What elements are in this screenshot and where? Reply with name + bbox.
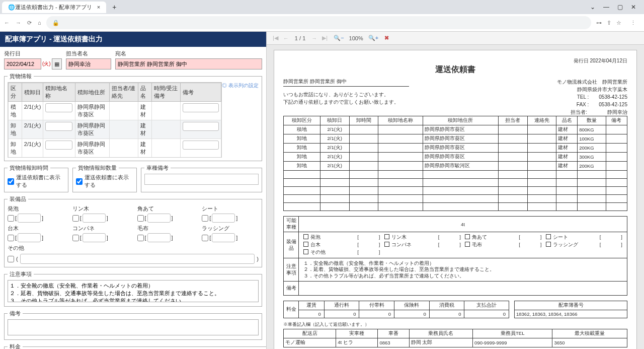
zoom-in-icon[interactable]: 🔍+ [368, 35, 378, 41]
nav-reload-icon[interactable]: ⟳ [27, 20, 32, 26]
doc-caution-line: ２．延着、貨物破損、交通事故等発生した場合は、至急当営業所まで連絡すること。 [303, 266, 622, 272]
cargo-row: 卸地2/1(火)静岡県静岡市葵区建材 [9, 120, 221, 139]
vehicle-note-input[interactable] [144, 174, 259, 185]
doc-entry-th: 実車種 [336, 329, 378, 338]
pv-prev-icon[interactable]: ← [283, 35, 289, 41]
doc-fee-v5: 0 [464, 310, 509, 318]
doc-cargo-row: 卸地2/1(火)静岡県静岡市葵区建材200KG [284, 144, 627, 153]
nav-forward-icon[interactable]: → [16, 20, 21, 26]
equip-label: 発泡 [8, 205, 64, 213]
doc-entry-th: 車番 [378, 329, 409, 338]
equip-checkbox[interactable] [202, 235, 208, 241]
doc-cargo-th: 品名 [556, 116, 578, 125]
cargo-th: 積卸地住所 [75, 83, 110, 102]
window-chevron-icon[interactable]: ⌄ [590, 4, 595, 11]
equip-box-icon [546, 242, 551, 247]
pv-zoom: 100% [349, 35, 363, 41]
bookmark-icon[interactable]: ☆ [616, 20, 621, 26]
column-setting-link[interactable]: ◎ 表示列の設定 [222, 82, 259, 89]
key-icon[interactable]: ⊶ [596, 20, 602, 26]
equip-checkbox[interactable] [137, 235, 144, 241]
doc-cargo-row: 卸地2/1(火)静岡県静岡市葵区建材300KG [284, 153, 627, 162]
doc-cargo-th: 連絡先 [527, 116, 556, 125]
equip-qty-input[interactable] [147, 214, 171, 223]
equip-qty-input[interactable] [212, 233, 235, 242]
equip-checkbox[interactable] [72, 215, 79, 222]
doc-equip-item: 台木 [310, 242, 320, 248]
doc-fee-v1: 0 [324, 310, 359, 318]
cargo-row: 積地2/1(火)静岡県静岡市葵区建材 [9, 102, 221, 120]
tab-close-icon[interactable]: × [97, 4, 100, 10]
cargo-name-input[interactable] [45, 122, 72, 131]
browser-tab-bar: 🌐 運送依頼書出力 - 配車簿アプリ × + ⌄ — ▢ ✕ [0, 0, 644, 14]
equip-qty-input[interactable] [212, 214, 235, 223]
equip-box-icon [465, 234, 470, 239]
cargo-remark-input[interactable] [183, 141, 219, 150]
doc-to: 静岡営業所 静岡営業所 御中 [283, 78, 409, 87]
remarks-legend: 備考 [8, 310, 23, 317]
equip-label: ラッシング [202, 225, 259, 232]
window-maximize-icon[interactable]: ▢ [617, 4, 623, 11]
doc-cargo-th: 積卸地住所 [423, 116, 499, 125]
browser-tab[interactable]: 🌐 運送依頼書出力 - 配車簿アプリ × [2, 2, 106, 13]
calendar-icon[interactable]: ▦ [52, 58, 62, 69]
person-input[interactable] [66, 58, 111, 69]
equip-other-input[interactable] [20, 254, 255, 264]
cargo-qty-checkbox[interactable] [76, 178, 83, 185]
doc-dispatch-no-label: 配車簿番号 [515, 301, 627, 310]
doc-fee-v2: 0 [359, 310, 394, 318]
equipment-legend: 装備品 [8, 195, 28, 203]
nav-back-icon[interactable]: ← [4, 20, 10, 26]
doc-equip-item: シート [553, 234, 568, 241]
equip-qty-input[interactable] [83, 214, 106, 223]
doc-company-line: モノ物流株式会社 静岡営業所 [557, 78, 627, 86]
window-close-icon[interactable]: ✕ [631, 4, 636, 11]
doc-cargo-th: 積卸日 [320, 116, 349, 125]
doc-cargo-row: 卸地2/1(火)静岡県静岡市駿河区建材200KG [284, 162, 627, 171]
pv-next-icon[interactable]: → [311, 35, 317, 41]
zoom-out-icon[interactable]: 🔍− [334, 35, 344, 41]
cargo-remark-input[interactable] [183, 122, 219, 131]
equip-qty-input[interactable] [18, 214, 41, 223]
cargo-remark-input[interactable] [183, 103, 219, 112]
equip-box-icon [303, 234, 308, 239]
share-icon[interactable]: ⇧ [607, 20, 611, 26]
equip-checkbox[interactable] [72, 235, 79, 241]
equip-checkbox[interactable] [8, 215, 14, 222]
issue-date-input[interactable] [4, 58, 41, 69]
equip-qty-input[interactable] [18, 233, 41, 242]
doc-cargo-th: 積卸区分 [284, 116, 320, 125]
equip-other-checkbox[interactable] [8, 256, 14, 262]
nav-home-icon[interactable]: ⌂ [38, 20, 41, 26]
doc-entry-td: 静岡 太郎 [409, 338, 472, 347]
app-header: 配車簿アプリ - 運送依頼書出力 [0, 32, 266, 47]
equip-qty-input[interactable] [83, 233, 106, 242]
equip-checkbox[interactable] [137, 215, 144, 222]
url-field[interactable]: 🔒 [46, 16, 591, 29]
menu-icon[interactable]: ⋮ [630, 20, 636, 26]
pv-last-icon[interactable]: ▶| [322, 35, 328, 41]
doc-fee-v4: 0 [429, 310, 464, 318]
doc-equip-item: 毛布 [472, 242, 482, 248]
doc-equip-item: 角あて [472, 234, 487, 241]
window-minimize-icon[interactable]: — [603, 4, 609, 11]
cargo-time-checkbox[interactable] [8, 178, 14, 185]
cargo-name-input[interactable] [45, 103, 72, 112]
doc-fee-v3: 0 [394, 310, 430, 318]
equip-checkbox[interactable] [8, 235, 14, 241]
pv-close-icon[interactable]: ✖ [384, 35, 389, 41]
doc-cargo-row: 卸地2/1(火)静岡県静岡市葵区建材100KG [284, 134, 627, 144]
doc-entry-td: 4t ヒラ [336, 338, 378, 347]
equip-qty-input[interactable] [147, 233, 171, 242]
remarks-textarea[interactable] [8, 319, 259, 335]
equip-checkbox[interactable] [202, 215, 208, 222]
cargo-name-input[interactable] [45, 141, 72, 150]
doc-entry-th: 乗務員氏名 [409, 329, 472, 338]
tab-title: 運送依頼書出力 - 配車簿アプリ [15, 4, 92, 11]
new-tab-button[interactable]: + [108, 2, 120, 12]
notes-textarea[interactable]: １．安全靴の徹底（安全靴、作業着・ヘルメットの着用） ２．延着、貨物破損、交通事… [8, 280, 259, 302]
equip-box-icon [384, 234, 389, 239]
dest-input[interactable] [115, 58, 262, 69]
pv-first-icon[interactable]: |◀ [273, 35, 278, 41]
cargo-th: 時間/受注備考 [151, 83, 180, 102]
